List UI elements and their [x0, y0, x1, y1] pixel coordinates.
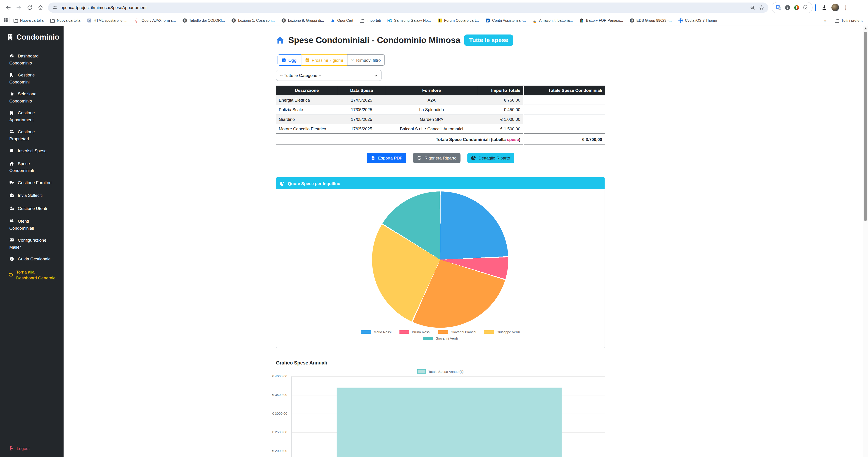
bookmark-item[interactable]: aAmazon.it: batteria... — [532, 18, 573, 23]
sidebar-item-gestione-fornitori[interactable]: Gestione Fornitori — [9, 179, 55, 186]
regenerate-button[interactable]: Rigenera Riparto — [413, 153, 461, 163]
table-body: Energia Elettrica17/05/2025A2A€ 750,00Pu… — [276, 95, 605, 134]
translate-icon[interactable]: GA — [775, 4, 782, 11]
pie-panel: Quote Spese per Inquilino Mario RossiBru… — [276, 177, 605, 348]
pie-panel-title: Quote Spese per Inquilino — [288, 181, 340, 185]
bookmark-item[interactable]: Nuova cartella — [13, 18, 44, 23]
idm-icon[interactable] — [794, 4, 800, 11]
detail-riparto-button[interactable]: Dettaglio Riparto — [467, 153, 514, 163]
hd-blue-favicon: H — [387, 18, 392, 23]
legend-item[interactable]: Giovanni Bianchi — [438, 330, 476, 334]
sidebar-item-gestione-appartamenti[interactable]: Gestione Appartamenti — [9, 110, 55, 123]
table-header-row: DescrizioneData SpesaFornitoreImporto To… — [276, 86, 605, 95]
bookmark-item[interactable]: SLezione 8: Gruppi di... — [281, 18, 324, 23]
sidebar-item-inserisci-spese[interactable]: Inserisci Spese — [9, 148, 55, 155]
scrollbar-thumb[interactable] — [864, 32, 867, 221]
bookmarks-separator-right — [831, 18, 831, 23]
bookmark-item[interactable]: SEDS Group 99623 -... — [630, 18, 672, 23]
bookmarks-overflow-chevron[interactable]: » — [824, 18, 826, 23]
brand-label: Condominio — [17, 33, 60, 42]
extensions-puzzle-icon[interactable] — [803, 4, 809, 11]
bookmark-item[interactable]: Cydia iOS 7 Theme — [678, 18, 717, 23]
filter-next7-button[interactable]: Prossimi 7 giorni — [301, 54, 347, 66]
refresh-icon — [417, 156, 422, 160]
return-label-line2: Dashboard Generale — [16, 276, 55, 280]
column-header: Data Spesa — [338, 86, 385, 95]
export-pdf-button[interactable]: PDF Esporta PDF — [367, 153, 406, 163]
all-bookmarks-label: Tutti i preferiti — [841, 18, 864, 23]
legend-item[interactable]: Mario Rossi — [361, 330, 392, 334]
bookmark-item[interactable]: Battery FOR Panaso... — [580, 18, 623, 23]
address-bar[interactable]: opencartproject.it/mimosa/SpeseAppartame… — [48, 2, 769, 13]
annual-chart-legend: Totale Spese Annue (€) — [276, 369, 605, 374]
forward-button[interactable] — [13, 2, 24, 13]
undo-icon — [9, 272, 13, 277]
reload-button[interactable] — [24, 2, 35, 13]
zoom-icon[interactable] — [750, 5, 755, 10]
bookmark-item[interactable]: Nuova cartella — [50, 18, 80, 23]
table-row: Giardino17/05/2025Garden SPA€ 1.000,00 — [276, 115, 605, 124]
download-indicator — [815, 4, 816, 11]
sidebar-item-spese-condominiali[interactable]: Spese Condominiali — [9, 160, 55, 174]
footer-highlight: spese — [507, 137, 519, 142]
page-blue-favicon — [87, 18, 92, 23]
bookmark-item[interactable]: PCentri Assistenza -... — [485, 18, 526, 23]
filter-today-button[interactable]: Oggi — [278, 54, 302, 66]
amazon-a-favicon: a — [532, 18, 537, 23]
browser-menu-button[interactable]: ⋮ — [840, 2, 851, 13]
sidebar-item-seleziona-condominio[interactable]: Seleziona Condominio — [9, 91, 55, 104]
profile-button[interactable] — [830, 2, 841, 13]
logout-label: Logout — [17, 446, 30, 451]
bookmark-item[interactable]: HTML spostare le i... — [87, 18, 127, 23]
bookmark-item[interactable]: jQuery AJAX form s... — [134, 18, 176, 23]
bookmark-star-icon[interactable] — [759, 5, 765, 10]
category-select[interactable]: -- Tutte le Categorie -- — [276, 70, 382, 81]
table-row: Motore Cancello Elettrico17/05/2025Balco… — [276, 124, 605, 134]
sidebar-item-torna-dashboard[interactable]: Torna allaDashboard Generale — [9, 269, 62, 281]
coins-icon — [9, 148, 15, 154]
forward-icon — [16, 4, 22, 11]
s-dark-favicon: S — [630, 18, 634, 23]
return-label-line1: Torna alla — [16, 270, 34, 274]
home-icon — [9, 161, 15, 167]
sidebar-item-dashboard-condominio[interactable]: Dashboard Condominio — [9, 53, 55, 66]
sidebar-item-invia-solleciti[interactable]: Invia Solleciti — [9, 192, 55, 199]
sidebar-item-gestione-utenti[interactable]: Gestione Utenti — [9, 205, 55, 212]
svg-text:A: A — [779, 7, 781, 10]
bookmark-item[interactable]: Importati — [360, 18, 381, 23]
filter-remove-button[interactable]: × Rimuovi filtro — [347, 54, 385, 66]
column-header: Descrizione — [276, 86, 338, 95]
sidebar-item-gestione-condomini[interactable]: Gestione Condomini — [9, 72, 55, 85]
bookmark-item[interactable]: HSamsung Galaxy No... — [387, 18, 431, 23]
site-settings-icon[interactable] — [52, 5, 58, 10]
footer-total: € 3.700,00 — [524, 134, 605, 145]
page-scrollbar[interactable] — [863, 26, 868, 457]
legend-swatch — [438, 330, 448, 334]
regenerate-label: Rigenera Riparto — [425, 156, 457, 160]
legend-item[interactable]: Bruno Rossi — [399, 330, 430, 334]
bookmark-item[interactable]: OpenCart — [331, 18, 353, 23]
home-button[interactable] — [35, 2, 46, 13]
apps-grid-icon[interactable] — [3, 18, 9, 23]
s-dark-favicon: S — [281, 18, 286, 23]
sidebar-item-utenti-condominiali[interactable]: Utenti Condominiali — [9, 218, 55, 231]
back-button[interactable] — [3, 2, 14, 13]
legend-item[interactable]: Giuseppe Verdi — [484, 330, 520, 334]
url-text[interactable]: opencartproject.it/mimosa/SpeseAppartame… — [61, 5, 750, 10]
downloads-button[interactable] — [819, 2, 830, 13]
sidebar-item-guida-gestionale[interactable]: Guida Gestionale — [9, 256, 55, 263]
bookmark-item[interactable]: SLezione 1: Cosa son... — [231, 18, 275, 23]
truck-icon — [9, 180, 15, 186]
scrollbar-up-arrow[interactable] — [864, 27, 867, 29]
sidebar-item-gestione-proprietari[interactable]: Gestione Proprietari — [9, 129, 55, 142]
page-title: Spese Condominiali - Condominio Mimosa — [288, 35, 460, 45]
bookmark-item[interactable]: Forum Copiare cart... — [437, 18, 479, 23]
sidebar-item-configurazione-mailer[interactable]: Configurazione Mailer — [9, 237, 55, 250]
pie-panel-header: Quote Spese per Inquilino — [276, 177, 605, 189]
sidebar-nav: Dashboard CondominioGestione CondominiSe… — [0, 53, 64, 263]
legend-item[interactable]: Giovanni Verdi — [423, 337, 458, 341]
all-bookmarks-button[interactable]: Tutti i preferiti — [835, 18, 864, 23]
adblock-icon[interactable] — [784, 4, 791, 11]
bookmark-item[interactable]: STabelle dei COLORI... — [182, 18, 225, 23]
logout-button[interactable]: Logout — [9, 446, 30, 451]
